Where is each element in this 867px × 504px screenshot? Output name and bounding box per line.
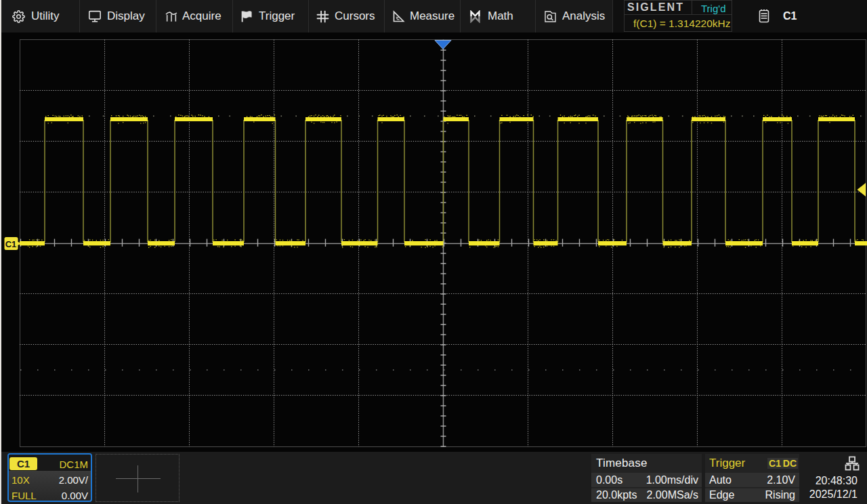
svg-text:C1: C1 bbox=[5, 239, 17, 249]
